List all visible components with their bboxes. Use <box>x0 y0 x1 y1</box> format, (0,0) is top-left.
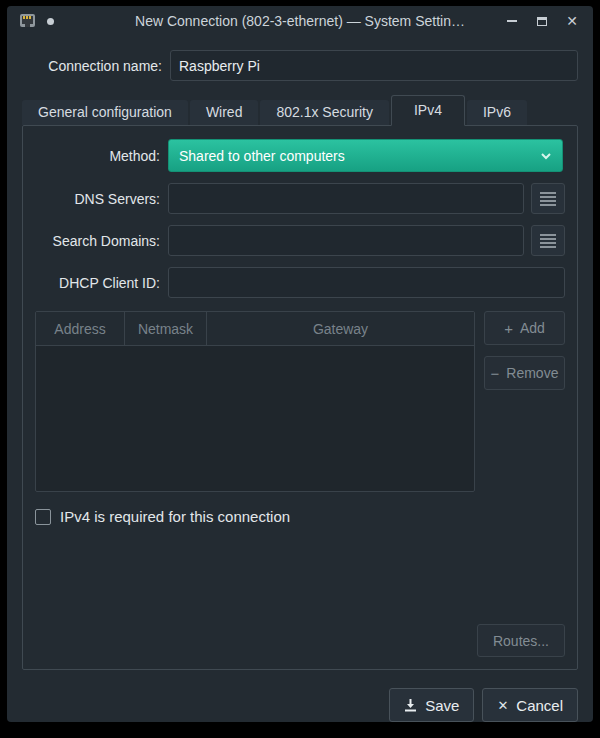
ipv4-required-checkbox-label: IPv4 is required for this connection <box>60 508 290 525</box>
pin-dot-icon <box>47 18 54 25</box>
titlebar[interactable]: New Connection (802-3-ethernet) — System… <box>7 6 593 36</box>
list-icon <box>540 192 556 206</box>
connection-name-input[interactable] <box>170 50 578 81</box>
address-table[interactable]: Address Netmask Gateway <box>35 311 475 492</box>
cancel-x-icon: ✕ <box>497 698 508 713</box>
tab-wired[interactable]: Wired <box>190 100 259 125</box>
column-header-gateway: Gateway <box>207 312 474 345</box>
search-domains-list-button[interactable] <box>531 225 565 256</box>
tab-general-configuration[interactable]: General configuration <box>22 100 188 125</box>
dhcp-client-id-input[interactable] <box>168 267 565 298</box>
save-button-label: Save <box>425 697 459 714</box>
ipv4-required-checkbox-row[interactable]: IPv4 is required for this connection <box>35 508 565 525</box>
plus-icon: + <box>504 320 513 337</box>
maximize-button[interactable] <box>531 10 553 32</box>
dialog-window: New Connection (802-3-ethernet) — System… <box>7 6 593 722</box>
ethernet-port-icon <box>19 13 37 29</box>
list-icon <box>540 234 556 248</box>
minus-icon: − <box>491 365 500 382</box>
remove-button[interactable]: − Remove <box>484 356 565 390</box>
address-table-body[interactable] <box>36 346 474 491</box>
add-button[interactable]: + Add <box>484 311 565 345</box>
connection-name-label: Connection name: <box>22 58 162 74</box>
tab-bar: General configuration Wired 802.1x Secur… <box>22 95 578 125</box>
column-header-netmask: Netmask <box>125 312 207 345</box>
tab-8021x-security[interactable]: 802.1x Security <box>260 100 389 125</box>
close-icon: ✕ <box>566 14 578 28</box>
method-label: Method: <box>35 148 160 164</box>
search-domains-input[interactable] <box>168 225 524 256</box>
method-dropdown[interactable]: Shared to other computers <box>168 139 563 172</box>
add-button-label: Add <box>520 320 545 336</box>
dns-servers-label: DNS Servers: <box>35 191 160 207</box>
remove-button-label: Remove <box>506 365 558 381</box>
routes-button[interactable]: Routes... <box>477 624 565 657</box>
chevron-down-icon <box>540 150 552 162</box>
close-button[interactable]: ✕ <box>561 10 583 32</box>
dhcp-client-id-label: DHCP Client ID: <box>35 275 160 291</box>
column-header-address: Address <box>36 312 125 345</box>
tab-ipv4[interactable]: IPv4 <box>391 95 465 126</box>
maximize-icon <box>537 17 547 26</box>
save-button[interactable]: Save <box>389 688 474 722</box>
cancel-button[interactable]: ✕ Cancel <box>482 688 578 722</box>
minimize-icon <box>507 20 517 22</box>
dns-servers-input[interactable] <box>168 183 524 214</box>
cancel-button-label: Cancel <box>516 697 563 714</box>
dns-servers-list-button[interactable] <box>531 183 565 214</box>
address-table-header: Address Netmask Gateway <box>36 312 474 346</box>
method-selected-value: Shared to other computers <box>179 148 540 164</box>
save-icon <box>404 699 417 712</box>
ipv4-panel: Method: Shared to other computers DNS Se… <box>22 125 578 670</box>
tab-ipv6[interactable]: IPv6 <box>467 100 527 125</box>
search-domains-label: Search Domains: <box>35 233 160 249</box>
ipv4-required-checkbox[interactable] <box>35 509 51 525</box>
minimize-button[interactable] <box>501 10 523 32</box>
